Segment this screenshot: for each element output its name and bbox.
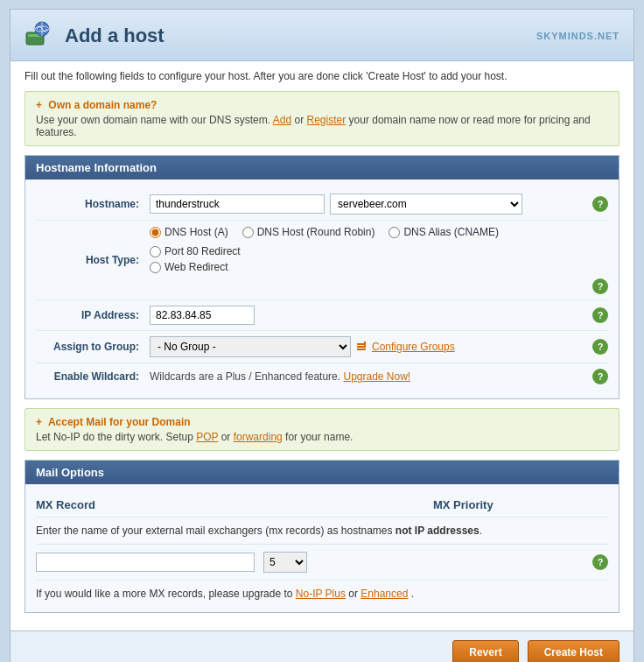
- configure-groups-link[interactable]: Configure Groups: [356, 341, 455, 353]
- plus-icon-mail: +: [36, 416, 42, 428]
- wildcard-help-icon[interactable]: ?: [592, 369, 608, 384]
- mail-section: Mail Options MX Record MX Priority Enter…: [24, 460, 620, 613]
- hostname-help-icon[interactable]: ?: [592, 196, 608, 212]
- mx-help-icon[interactable]: ?: [592, 554, 608, 570]
- svg-rect-8: [364, 342, 366, 346]
- create-host-button[interactable]: Create Host: [528, 640, 620, 662]
- accept-mail-title: + Accept Mail for your Domain: [36, 416, 608, 428]
- header-left: Add a host: [24, 20, 164, 52]
- svg-rect-7: [357, 349, 366, 350]
- footer-buttons: Revert Create Host: [10, 630, 634, 662]
- host-type-row: Host Type: DNS Host (A) DNS Host (Round …: [36, 221, 608, 300]
- configure-icon: [356, 341, 368, 353]
- ip-address-row: IP Address: ?: [36, 300, 608, 331]
- domain-select[interactable]: servebeer.com: [330, 194, 522, 215]
- own-domain-title: + Own a domain name?: [36, 99, 608, 111]
- own-domain-desc: Use your own domain name with our DNS sy…: [36, 114, 608, 138]
- priority-select-wrap: 5 10 15 20: [263, 552, 307, 573]
- content-area: Fill out the following fields to configu…: [10, 61, 634, 630]
- intro-text: Fill out the following fields to configu…: [24, 70, 620, 82]
- radio-dns-round-robin[interactable]: DNS Host (Round Robin): [242, 226, 375, 238]
- ip-controls: ?: [150, 306, 608, 325]
- page-header: Add a host SKYMINDS.NET: [10, 10, 634, 61]
- ip-help-icon[interactable]: ?: [592, 307, 608, 323]
- hostname-input[interactable]: [150, 194, 325, 214]
- noip-plus-link[interactable]: No-IP Plus: [296, 588, 346, 600]
- wildcard-label: Enable Wildcard:: [36, 370, 150, 383]
- mail-col-headers: MX Record MX Priority: [36, 493, 608, 518]
- page-title: Add a host: [65, 25, 164, 47]
- enhanced-link[interactable]: Enhanced: [360, 588, 408, 600]
- upgrade-note: If you would like a more MX records, ple…: [36, 581, 608, 603]
- add-link[interactable]: Add: [273, 114, 291, 126]
- group-label: Assign to Group:: [36, 341, 150, 353]
- group-controls: - No Group - Configure Groups ?: [150, 336, 608, 357]
- accept-mail-desc: Let No-IP do the dirty work. Setup POP o…: [36, 431, 608, 443]
- svg-rect-6: [357, 346, 366, 348]
- mail-form: MX Record MX Priority Enter the name of …: [25, 484, 619, 612]
- wildcard-text: Wildcards are a Plus / Enhanced feature.…: [150, 370, 410, 383]
- mx-record-col: MX Record: [36, 498, 433, 511]
- wildcard-controls: Wildcards are a Plus / Enhanced feature.…: [150, 369, 608, 384]
- host-type-help-icon[interactable]: ?: [592, 278, 608, 294]
- radio-dns-alias[interactable]: DNS Alias (CNAME): [388, 226, 499, 238]
- plus-icon: +: [36, 99, 42, 111]
- radio-web-redirect[interactable]: Web Redirect: [150, 261, 228, 273]
- radio-dns-host-a[interactable]: DNS Host (A): [150, 226, 228, 238]
- host-type-label: Host Type:: [36, 254, 150, 266]
- upgrade-now-link[interactable]: Upgrade Now!: [343, 370, 410, 383]
- mx-priority-col: MX Priority: [433, 498, 608, 511]
- mail-section-header: Mail Options: [25, 461, 619, 484]
- group-select[interactable]: - No Group -: [150, 336, 351, 357]
- hostname-row: Hostname: servebeer.com ?: [36, 188, 608, 221]
- accept-mail-box: + Accept Mail for your Domain Let No-IP …: [24, 408, 620, 451]
- hostname-section-header: Hostname Information: [25, 156, 619, 180]
- pop-link[interactable]: POP: [196, 431, 218, 443]
- own-domain-box: + Own a domain name? Use your own domain…: [24, 91, 620, 146]
- priority-select[interactable]: 5 10 15 20: [263, 552, 307, 573]
- revert-button[interactable]: Revert: [452, 640, 518, 662]
- mx-input-row: 5 10 15 20 ?: [36, 545, 608, 581]
- hostname-form: Hostname: servebeer.com ? Host Type:: [25, 180, 619, 398]
- wildcard-row: Enable Wildcard: Wildcards are a Plus / …: [36, 363, 608, 390]
- group-help-icon[interactable]: ?: [592, 339, 608, 355]
- register-link[interactable]: Register: [307, 114, 346, 126]
- main-container: Add a host SKYMINDS.NET Fill out the fol…: [10, 9, 634, 662]
- host-type-radio-group: DNS Host (A) DNS Host (Round Robin) DNS …: [150, 226, 608, 273]
- host-icon: [24, 20, 56, 52]
- group-row: Assign to Group: - No Group -: [36, 331, 608, 363]
- hostname-controls: servebeer.com ?: [150, 194, 608, 215]
- forwarding-link[interactable]: forwarding: [234, 431, 283, 443]
- radio-port80[interactable]: Port 80 Redirect: [150, 245, 608, 257]
- host-type-controls: DNS Host (A) DNS Host (Round Robin) DNS …: [150, 226, 608, 294]
- brand-text: SKYMINDS.NET: [536, 31, 620, 41]
- mx-record-input[interactable]: [36, 553, 255, 572]
- mx-description: Enter the name of your external mail exc…: [36, 518, 608, 545]
- ip-input[interactable]: [150, 306, 255, 325]
- hostname-label: Hostname:: [36, 198, 150, 210]
- hostname-section: Hostname Information Hostname: servebeer…: [24, 155, 620, 399]
- ip-label: IP Address:: [36, 309, 150, 321]
